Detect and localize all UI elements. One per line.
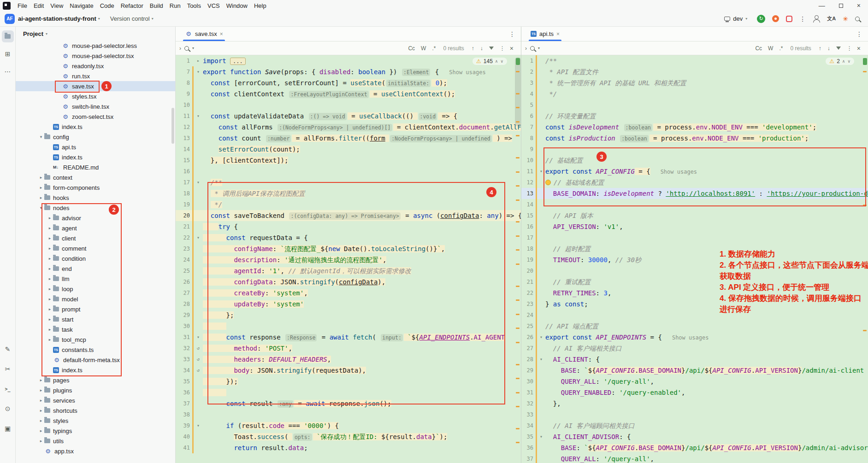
tree-chevron-icon[interactable]: ▸ [38, 418, 44, 423]
menu-navigate[interactable]: Navigate [66, 1, 96, 10]
tree-item-config[interactable]: ▾config [16, 132, 175, 142]
menu-tools[interactable]: Tools [184, 1, 204, 10]
project-selector[interactable]: ai-agent-station-study-front [18, 15, 96, 22]
tree-item-hooks[interactable]: ▸hooks [16, 193, 175, 203]
tree-scrollbar[interactable] [171, 108, 174, 144]
tree-chevron-icon[interactable]: ▸ [47, 246, 53, 251]
tree-item-tool_mcp[interactable]: ▸tool_mcp [16, 334, 175, 345]
menu-run[interactable]: Run [166, 1, 184, 10]
tree-item-services[interactable]: ▸services [16, 395, 175, 405]
next-warning-icon[interactable]: ∨ [847, 59, 850, 64]
tree-item-mouse-pad-selector.less[interactable]: ⚙mouse-pad-selector.less [16, 41, 175, 51]
fold-icon[interactable]: ▾ [194, 66, 203, 77]
gutter-action-icon[interactable]: ↺ [194, 343, 203, 354]
tree-item-plugins[interactable]: ▸plugins [16, 385, 175, 395]
tab-options-icon[interactable]: ⋮ [509, 30, 515, 38]
tree-item-styles.tsx[interactable]: ⚙styles.tsx [16, 91, 175, 101]
words-toggle[interactable]: W [419, 45, 427, 52]
tree-item-run.tsx[interactable]: ⚙run.tsx [16, 71, 175, 81]
filter-icon[interactable] [836, 47, 841, 50]
tree-chevron-icon[interactable]: ▸ [47, 327, 53, 332]
tree-chevron-icon[interactable]: ▸ [47, 307, 53, 311]
prev-occurrence-button[interactable]: ↑ [470, 45, 476, 52]
tree-item-mouse-pad-selector.tsx[interactable]: ⚙mouse-pad-selector.tsx [16, 51, 175, 61]
prev-occurrence-button[interactable]: ↑ [817, 45, 823, 52]
project-tool-icon[interactable] [2, 30, 14, 42]
search-input[interactable] [197, 44, 403, 53]
tree-item-condition[interactable]: ▸condition [16, 253, 175, 264]
debug-icon[interactable] [772, 15, 779, 22]
tree-item-form-components[interactable]: ▸form-components [16, 182, 175, 193]
fold-icon[interactable]: ▾ [537, 332, 545, 343]
translate-icon[interactable]: 文A [827, 15, 836, 22]
tree-item-pages[interactable]: ▸pages [16, 375, 175, 385]
tree-chevron-icon[interactable]: ▸ [47, 266, 53, 271]
tree-item-model[interactable]: ▸model [16, 294, 175, 304]
minimize-button[interactable]: — [819, 2, 825, 9]
run-config-selector[interactable]: dev ▾ [724, 15, 747, 22]
edit-tool-icon[interactable]: ✎ [2, 343, 14, 355]
fold-icon[interactable]: ▾ [537, 166, 545, 177]
tree-item-styles[interactable]: ▸styles [16, 416, 175, 426]
close-find-button[interactable]: × [510, 45, 517, 52]
fold-icon[interactable]: ▸ [194, 55, 203, 66]
menu-code[interactable]: Code [97, 1, 118, 10]
tree-item-zoom-select.tsx[interactable]: ⚙zoom-select.tsx [16, 111, 175, 122]
tree-item-llm[interactable]: ▸llm [16, 274, 175, 284]
tree-chevron-icon[interactable]: ▸ [47, 276, 53, 281]
find-more-options-icon[interactable]: ⋮ [498, 45, 507, 52]
terminal-tool-icon[interactable]: >_ [2, 383, 14, 395]
tree-item-index.ts[interactable]: TSindex.ts [16, 152, 175, 162]
tree-item-agent[interactable]: ▸agent [16, 223, 175, 233]
tree-item-save.tsx[interactable]: ⚙save.tsx [16, 81, 175, 91]
menu-help[interactable]: Help [251, 1, 270, 10]
tree-chevron-icon[interactable]: ▸ [38, 428, 44, 433]
project-panel-header[interactable]: Project ▾ [16, 27, 175, 41]
tree-chevron-icon[interactable]: ▸ [38, 195, 44, 200]
tree-chevron-icon[interactable]: ▾ [38, 135, 44, 139]
more-tools-icon[interactable]: ⋯ [2, 65, 14, 77]
tree-item-index.ts[interactable]: TSindex.ts [16, 365, 175, 375]
structure-tool-icon[interactable]: ⊞ [2, 48, 14, 60]
tree-item-end[interactable]: ▸end [16, 264, 175, 274]
fold-icon[interactable]: ▾ [537, 431, 545, 442]
tree-item-task[interactable]: ▸task [16, 324, 175, 334]
next-occurrence-button[interactable]: ↓ [479, 45, 484, 52]
menu-build[interactable]: Build [147, 1, 166, 10]
inspections-widget-left[interactable]: ⚠ 145 ∧ ∨ [472, 58, 507, 65]
search-history-caret-icon[interactable]: ▾ [538, 46, 540, 50]
inspections-widget-right[interactable]: ⚠ 2 ∧ ∨ [826, 58, 854, 65]
tree-chevron-icon[interactable]: ▸ [38, 185, 44, 190]
fold-icon[interactable]: ▾ [194, 420, 203, 431]
ai-sparkle-icon[interactable]: ✳ [843, 15, 848, 23]
close-tab-icon[interactable]: × [220, 31, 223, 37]
tree-chevron-icon[interactable]: ▸ [47, 317, 53, 322]
tree-chevron-icon[interactable]: ▸ [47, 256, 53, 261]
tree-item-default-form-meta.tsx[interactable]: ⚙default-form-meta.tsx [16, 355, 175, 365]
next-occurrence-button[interactable]: ↓ [826, 45, 832, 52]
tree-chevron-icon[interactable]: ▾ [38, 205, 44, 210]
stop-icon[interactable] [786, 16, 792, 22]
tree-item-constants.ts[interactable]: TSconstants.ts [16, 345, 175, 355]
tree-chevron-icon[interactable]: ▸ [47, 236, 53, 240]
tree-item-comment[interactable]: ▸comment [16, 243, 175, 253]
maximize-button[interactable] [839, 4, 843, 8]
words-toggle[interactable]: W [767, 45, 774, 52]
prev-warning-icon[interactable]: ∧ [842, 59, 845, 64]
tree-item-typings[interactable]: ▸typings [16, 426, 175, 436]
tree-item-advisor[interactable]: ▸advisor [16, 213, 175, 223]
tree-item-nodes[interactable]: ▾nodes [16, 203, 175, 213]
tree-chevron-icon[interactable]: ▸ [38, 439, 44, 443]
app-logo-icon[interactable] [3, 2, 11, 10]
fold-icon[interactable]: ▾ [537, 354, 545, 365]
tree-chevron-icon[interactable]: ▸ [38, 398, 44, 403]
tab-api-ts[interactable]: TS api.ts × [526, 27, 564, 41]
menu-file[interactable]: File [14, 1, 30, 10]
tree-item-utils[interactable]: ▸utils [16, 436, 175, 446]
tree-item-app.tsx[interactable]: ⚙app.tsx [16, 446, 175, 456]
tree-chevron-icon[interactable]: ▸ [47, 226, 53, 230]
next-warning-icon[interactable]: ∨ [500, 59, 503, 64]
tree-item-README.md[interactable]: M↓README.md [16, 162, 175, 172]
close-tab-icon[interactable]: × [556, 31, 560, 37]
gutter-action-icon[interactable]: ↺ [194, 354, 203, 365]
